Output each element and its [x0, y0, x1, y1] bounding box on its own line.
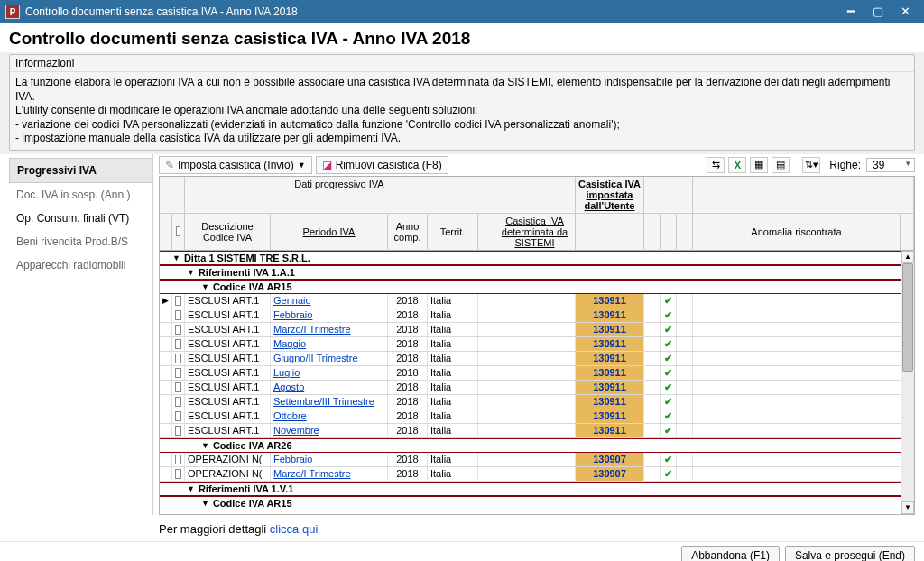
cell-cas-user[interactable]: 130911	[576, 337, 644, 351]
table-row[interactable]: ESCLUSI ART.1 Febbraio 2018 Italia 13091…	[160, 308, 914, 323]
sidebar-item-beni[interactable]: Beni rivendita Prod.B/S	[9, 230, 152, 253]
sidebar-item-op-consum[interactable]: Op. Consum. finali (VT)	[9, 207, 152, 230]
cell-cas-user[interactable]: 130911	[576, 308, 644, 322]
col-cas-sys[interactable]: Casistica IVA determinata da SISTEMI	[494, 214, 576, 250]
close-button[interactable]: ✕	[892, 3, 919, 21]
row-checkbox[interactable]	[172, 323, 185, 336]
cell-period-link[interactable]: Febbraio	[271, 308, 388, 322]
sidebar-item-apparecchi[interactable]: Apparecchi radiomobili	[9, 253, 152, 277]
row-checkbox[interactable]	[172, 352, 185, 365]
table-row[interactable]: ESCLUSI ART.1 Luglio 2018 Italia 130911 …	[160, 366, 914, 381]
cell-cas-user[interactable]: 130911	[576, 395, 644, 409]
cell-period-link[interactable]: Febbraio	[271, 453, 388, 466]
col-s1[interactable]	[644, 214, 661, 250]
table-row[interactable]: ESCLUSI ART.1 Giugno/II Trimestre 2018 I…	[160, 352, 914, 366]
info-line: L'utility consente di modificare le oper…	[15, 104, 909, 118]
cell-cas-user[interactable]: 130907	[576, 467, 644, 481]
cell-cas-user[interactable]: 130911	[576, 352, 644, 365]
row-checkbox[interactable]	[172, 424, 185, 437]
sidebar-item-doc-sosp[interactable]: Doc. IVA in sosp. (Ann.)	[9, 183, 152, 207]
group-row[interactable]: ▼Codice IVA AR15	[160, 496, 914, 510]
col-check-all[interactable]	[172, 214, 185, 250]
table-row[interactable]: ESCLUSI ART.1 Novembre 2018 Italia 13091…	[160, 424, 914, 438]
col-rowsel[interactable]	[160, 214, 172, 250]
group-row[interactable]: ▼Riferimenti IVA 1.A.1	[160, 265, 914, 280]
save-button[interactable]: Salva e prosegui (End)	[785, 546, 915, 561]
cell-period-link[interactable]: Maggio	[271, 337, 388, 351]
cell-period-link[interactable]: Gennaio	[271, 294, 388, 308]
sidebar-item-progressivi[interactable]: Progressivi IVA	[9, 158, 152, 183]
table-row[interactable]: OPERAZIONI N( Marzo/I Trimestre 2018 Ita…	[160, 467, 914, 482]
row-checkbox[interactable]	[172, 453, 185, 466]
checkmark-icon: ✔	[661, 395, 677, 409]
row-checkbox[interactable]	[172, 467, 185, 481]
cell-period-link[interactable]: Marzo/I Trimestre	[271, 323, 388, 336]
group-label: Codice IVA AR15	[213, 498, 292, 509]
row-checkbox[interactable]	[172, 337, 185, 351]
maximize-button[interactable]: ▢	[864, 3, 892, 21]
excel-icon[interactable]: X	[728, 157, 746, 173]
grid-icon[interactable]: ▦	[750, 157, 768, 173]
row-checkbox[interactable]	[172, 308, 185, 322]
group-row[interactable]: ▼Riferimenti IVA 1.V.1	[160, 482, 914, 496]
cell-period-link[interactable]: Settembre/III Trimestre	[271, 395, 388, 409]
row-checkbox[interactable]	[172, 294, 185, 308]
row-checkbox[interactable]	[172, 395, 185, 409]
scroll-down-icon[interactable]: ▼	[901, 501, 914, 514]
cell-period-link[interactable]: Agosto	[271, 381, 388, 394]
filter-icon[interactable]: ⇅▾	[802, 157, 820, 173]
cell-cas-sys	[494, 352, 576, 365]
details-link[interactable]: clicca qui	[270, 522, 318, 536]
scroll-thumb[interactable]	[902, 263, 913, 372]
righe-count[interactable]: 39	[866, 158, 915, 172]
table-row[interactable]: OPERAZIONI N( Febbraio 2018 Italia 13090…	[160, 453, 914, 467]
scroll-up-icon[interactable]: ▲	[901, 251, 914, 263]
cancel-button[interactable]: Abbandona (F1)	[681, 546, 780, 561]
row-checkbox[interactable]	[172, 409, 185, 423]
rimuovi-casistica-button[interactable]: ◪ Rimuovi casistica (F8)	[316, 156, 448, 174]
group-row[interactable]: ▼Ditta 1 SISTEMI TRE S.R.L.	[160, 251, 914, 265]
cell-cas-user[interactable]: 130911	[576, 366, 644, 380]
col-s3[interactable]	[677, 214, 693, 250]
cell-cas-sys	[494, 381, 576, 394]
col-periodo[interactable]: Periodo IVA	[271, 214, 388, 250]
cell-cas-user[interactable]: 130911	[576, 323, 644, 336]
cell-cas-user[interactable]: 130911	[576, 381, 644, 394]
cell-period-link[interactable]: Ottobre	[271, 409, 388, 423]
cell-territorio: Italia	[428, 381, 478, 394]
col-s2[interactable]	[661, 214, 677, 250]
export-icon[interactable]: ⇆	[707, 157, 725, 173]
table-row[interactable]: ESCLUSI ART.1 Agosto 2018 Italia 130911 …	[160, 381, 914, 395]
table-row[interactable]: ESCLUSI ART.1 Marzo/I Trimestre 2018 Ita…	[160, 323, 914, 337]
report-icon[interactable]: ▤	[772, 157, 790, 173]
col-territ[interactable]: Territ.	[428, 214, 478, 250]
row-checkbox[interactable]	[172, 366, 185, 380]
col-cas-user-top[interactable]: Casistica IVA impostata dall'Utente	[576, 177, 644, 213]
cell-period-link[interactable]: Luglio	[271, 366, 388, 380]
col-anomalia[interactable]: Anomalia riscontrata	[693, 214, 901, 250]
row-checkbox[interactable]	[172, 381, 185, 394]
col-desc[interactable]: Descrizione Codice IVA	[185, 214, 271, 250]
group-row[interactable]: ▼Codice IVA AR26	[160, 438, 914, 453]
group-row[interactable]: ▼Codice IVA AR15	[160, 280, 914, 294]
table-row[interactable]: ▶ ESCLUSI ART.1 Gennaio 2018 Italia 1309…	[160, 294, 914, 308]
table-row[interactable]: ESCLUSI ART.1 Ottobre 2018 Italia 130911…	[160, 409, 914, 424]
cell-cas-user[interactable]: 130911	[576, 409, 644, 423]
cell-cas-user[interactable]: 130907	[576, 453, 644, 466]
vertical-scrollbar[interactable]: ▲ ▼	[901, 251, 914, 514]
collapse-icon: ▼	[172, 253, 180, 262]
minimize-button[interactable]: ━	[837, 3, 864, 21]
cell-period-link[interactable]: Marzo/I Trimestre	[271, 467, 388, 481]
cell-period-link[interactable]: Novembre	[271, 424, 388, 437]
table-row[interactable]: ESCLUSI ART.1 Settembre/III Trimestre 20…	[160, 395, 914, 409]
col-anno[interactable]: Anno comp.	[388, 214, 428, 250]
checkmark-icon: ✔	[661, 381, 677, 394]
cell-cas-user[interactable]: 130911	[576, 294, 644, 308]
table-row[interactable]: ESCLUSI ART.1 Maggio 2018 Italia 130911 …	[160, 337, 914, 352]
imposta-casistica-button[interactable]: ✎ Imposta casistica (Invio) ▼	[159, 156, 312, 174]
col-gap1[interactable]	[478, 214, 494, 250]
cell-period-link[interactable]: Giugno/II Trimestre	[271, 352, 388, 365]
row-indicator	[160, 395, 172, 409]
checkmark-icon: ✔	[661, 467, 677, 481]
cell-cas-user[interactable]: 130911	[576, 424, 644, 437]
